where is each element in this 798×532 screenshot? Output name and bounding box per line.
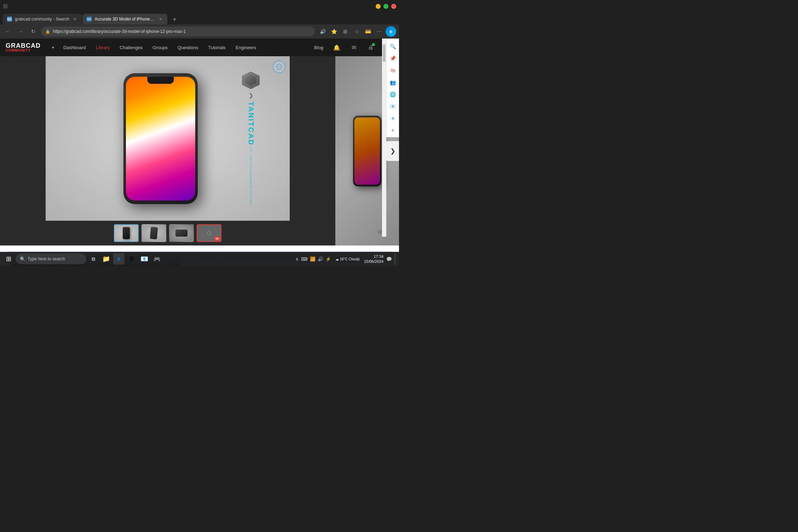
taskbar-file-explorer[interactable]: 📁 <box>100 253 112 265</box>
edge-icon[interactable]: e <box>386 26 396 37</box>
screen-wallpaper <box>126 77 195 201</box>
ext-add-button[interactable]: + <box>391 127 395 134</box>
taskbar-search-box[interactable]: 🔍 Type here to search <box>16 254 86 264</box>
taskbar-edge-browser[interactable]: e <box>113 253 125 265</box>
favorites-button[interactable]: ⭐ <box>329 27 339 36</box>
settings-gear-icon[interactable]: ⚙ <box>374 227 386 237</box>
close-button[interactable]: ✕ <box>391 4 396 9</box>
notification-bell-icon[interactable]: 🔔 <box>332 42 342 52</box>
thumb-1-content <box>115 225 138 241</box>
system-clock[interactable]: 17:34 15/06/2024 <box>364 254 383 264</box>
keyboard-icon[interactable]: ⌨ <box>301 256 308 262</box>
collections-button[interactable]: ☆ <box>352 27 362 36</box>
thumb-3-content <box>170 225 193 241</box>
ext-edge-icon[interactable]: 🌐 <box>388 89 398 99</box>
nav-groups[interactable]: Groups <box>151 45 169 50</box>
tab-search[interactable]: GC grabcad community - Search ✕ <box>3 14 82 24</box>
battery-icon[interactable]: ⚡ <box>325 256 331 262</box>
3d-badge: 3D <box>214 237 220 241</box>
hide-icons-button[interactable]: ∧ <box>295 256 299 262</box>
logo-grab-text: GRABCAD <box>6 42 41 49</box>
tab-title-search: grabcad community - Search <box>15 17 69 22</box>
weather-widget[interactable]: ☁ 16°C Cloudy <box>335 257 360 261</box>
ext-telegram-icon[interactable]: ✈ <box>388 114 398 123</box>
nav-challenges[interactable]: Challenges <box>118 45 144 50</box>
task-view-button[interactable]: ⧉ <box>88 253 99 265</box>
forward-button[interactable]: → <box>16 27 25 36</box>
thumb-2-content <box>142 225 166 241</box>
clock-date: 15/06/2024 <box>364 259 383 264</box>
tanitcad-arrow-row: ❯ <box>249 92 253 99</box>
address-text: https://grabcad.com/library/accurate-3d-… <box>53 29 186 34</box>
minimize-button[interactable]: ─ <box>376 4 381 9</box>
scrollbar[interactable]: ⚙ <box>382 39 386 237</box>
nav-library[interactable]: Library <box>94 45 111 50</box>
tanitcad-name-text: TANITCAD <box>247 102 255 146</box>
split-view-button[interactable]: ⊞ <box>340 27 350 36</box>
taskbar-email[interactable]: 📧 <box>139 253 150 265</box>
thumb-2-phone <box>150 227 158 239</box>
nav-dashboard[interactable]: Dashboard <box>62 45 87 50</box>
thumbnail-4[interactable]: ⬡ 3D <box>197 224 221 242</box>
logo-community-text: COMMUNITY <box>6 49 41 52</box>
more-button[interactable]: ⋯ <box>374 27 384 36</box>
next-image-button[interactable]: ❯ <box>386 141 399 161</box>
tab-model[interactable]: GC Accurate 3D Model of iPhone 12... ✕ <box>82 14 167 24</box>
thumbnail-3[interactable] <box>169 224 194 242</box>
taskbar-settings[interactable]: ⚙ <box>126 253 137 265</box>
ext-people-icon[interactable]: 👥 <box>388 77 398 87</box>
show-desktop-button[interactable] <box>395 253 396 265</box>
tab-title-model: Accurate 3D Model of iPhone 12... <box>94 17 155 22</box>
phone-notch <box>148 77 174 84</box>
read-aloud-button[interactable]: 🔊 <box>318 27 328 36</box>
windows-start-button[interactable]: ⊞ <box>3 253 14 265</box>
clock-time: 17:34 <box>364 254 383 259</box>
notifications-icon[interactable]: 💬 <box>386 256 392 262</box>
ext-shopping-icon[interactable]: 🛍 <box>388 65 398 75</box>
wallet-button[interactable]: 💳 <box>363 27 373 36</box>
logo-dropdown-icon[interactable]: ▼ <box>51 46 55 50</box>
thumb-1-phone <box>123 227 130 239</box>
iphone-3d-render <box>123 73 198 204</box>
refresh-button[interactable]: ↻ <box>28 27 38 36</box>
taskbar: ⊞ 🔍 Type here to search ⧉ 📁 e ⚙ 📧 🎮 ∧ ⌨ … <box>0 252 399 266</box>
new-tab-button[interactable]: + <box>169 15 179 24</box>
thumb-3-phone <box>175 230 187 237</box>
ext-outlook-icon[interactable]: 📧 <box>388 102 398 111</box>
main-image[interactable]: ❯ TANITCAD CAD / CAM / PLM ENGINEERING S… <box>46 56 290 221</box>
scrollbar-thumb[interactable] <box>383 44 386 62</box>
window-icon: ⬛ <box>3 4 8 8</box>
phone-body <box>123 73 198 204</box>
grabcad-logo[interactable]: GRABCAD COMMUNITY <box>6 42 41 52</box>
taskbar-search-icon: 🔍 <box>20 256 25 262</box>
ext-pin-icon[interactable]: 📌 <box>388 53 398 63</box>
thumbnail-1[interactable] <box>114 224 139 242</box>
taskbar-search-placeholder: Type here to search <box>28 256 65 261</box>
print-icon[interactable]: 🖨 <box>366 42 376 52</box>
grabcad-navbar: GRABCAD COMMUNITY ▼ Dashboard Library Ch… <box>0 39 399 56</box>
nav-tutorials[interactable]: Tutorials <box>207 45 227 50</box>
weather-temp: ☁ 16°C Cloudy <box>335 257 360 261</box>
taskbar-game[interactable]: 🎮 <box>151 253 163 265</box>
volume-icon[interactable]: 🔊 <box>318 256 323 262</box>
tab-close-search[interactable]: ✕ <box>72 16 77 22</box>
main-image-container: ❯ TANITCAD CAD / CAM / PLM ENGINEERING S… <box>0 56 335 245</box>
3d-viewer-button[interactable] <box>273 60 285 73</box>
tab-close-model[interactable]: ✕ <box>157 16 163 22</box>
mail-icon[interactable]: ✉ <box>349 42 359 52</box>
tanitcad-hex-logo <box>242 71 260 89</box>
address-bar[interactable]: 🔒 https://grabcad.com/library/accurate-3… <box>41 27 315 36</box>
thumbnail-2[interactable] <box>141 224 166 242</box>
maximize-button[interactable]: □ <box>383 4 388 9</box>
tanitcad-hex-inner <box>245 75 256 86</box>
ext-search-icon[interactable]: 🔍 <box>388 41 398 51</box>
back-button[interactable]: ← <box>3 27 13 36</box>
tab-favicon-search: GC <box>7 17 12 22</box>
nav-blog[interactable]: Blog <box>313 45 325 50</box>
nav-engineers[interactable]: Engineers <box>234 45 258 50</box>
tab-favicon-model: GC <box>87 17 92 22</box>
nav-questions[interactable]: Questions <box>176 45 200 50</box>
next-phone-screen <box>354 117 380 185</box>
tanitcad-branding: ❯ TANITCAD CAD / CAM / PLM ENGINEERING S… <box>242 71 260 206</box>
network-icon[interactable]: 📶 <box>310 256 316 262</box>
